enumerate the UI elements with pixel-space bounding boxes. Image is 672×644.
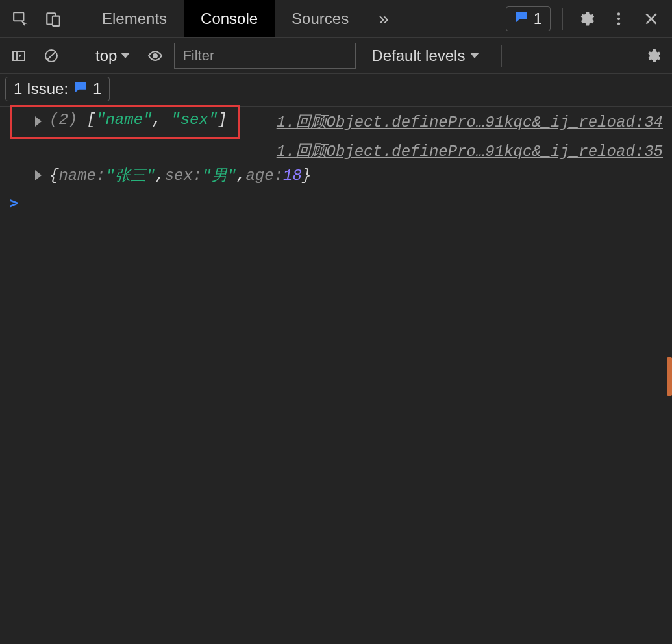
expand-triangle-icon[interactable] [35, 116, 42, 127]
live-expression-eye-icon[interactable] [142, 42, 169, 69]
console-settings-gear-icon[interactable] [640, 42, 667, 69]
scrollbar-marker [667, 357, 672, 396]
chevron-down-icon [121, 53, 130, 58]
svg-rect-2 [53, 16, 60, 25]
svg-point-3 [617, 12, 620, 15]
prompt-chevron-icon: > [9, 194, 18, 212]
issues-summary-row: 1 Issue: 1 [0, 74, 672, 106]
issues-badge[interactable]: 1 [506, 6, 551, 31]
context-label: top [95, 47, 117, 65]
object-key: age: [245, 167, 283, 184]
tab-console[interactable]: Console [184, 0, 275, 37]
array-item: "name" [96, 111, 152, 129]
bracket-open: [ [77, 111, 96, 129]
log-levels-select[interactable]: Default levels [361, 47, 490, 65]
separator [501, 45, 502, 67]
comma: , [236, 167, 245, 184]
toggle-device-icon[interactable] [38, 3, 69, 34]
svg-point-5 [617, 22, 620, 25]
object-value: "张三" [105, 165, 155, 186]
console-filter-bar: top Default levels [0, 38, 672, 74]
settings-gear-icon[interactable] [571, 3, 602, 34]
levels-label: Default levels [371, 47, 465, 65]
chevron-down-icon [470, 53, 479, 58]
array-length: (2) [49, 111, 77, 129]
tab-sources[interactable]: Sources [275, 0, 366, 37]
svg-rect-8 [13, 51, 25, 60]
console-filter-input[interactable] [174, 43, 356, 69]
comma: , [155, 167, 164, 184]
brace-close: } [302, 167, 311, 184]
svg-point-13 [153, 54, 157, 58]
comma: , [152, 111, 171, 129]
separator [562, 8, 563, 30]
issue-speech-icon [514, 10, 529, 28]
console-log-row[interactable]: 1.回顾Object.definePro…91kqc&_ij_reload:35… [0, 136, 672, 190]
kebab-menu-icon[interactable] [603, 3, 634, 34]
execution-context-select[interactable]: top [89, 47, 136, 65]
issues-pill-count: 1 [93, 80, 101, 98]
close-devtools-icon[interactable] [636, 3, 667, 34]
svg-point-4 [617, 17, 620, 19]
brace-open: { [49, 167, 58, 184]
devtools-toolbar: Elements Console Sources » 1 [0, 0, 672, 38]
clear-console-icon[interactable] [38, 42, 65, 69]
separator [77, 45, 77, 67]
console-output: (2) ["name", "sex"] 1.回顾Object.definePro… [0, 106, 672, 216]
log-source-link[interactable]: 1.回顾Object.definePro…91kqc&_ij_reload:35 [277, 140, 663, 161]
issues-pill[interactable]: 1 Issue: 1 [5, 77, 110, 101]
log-source-link[interactable]: 1.回顾Object.definePro…91kqc&_ij_reload:34 [277, 111, 663, 132]
issues-pill-label: 1 Issue: [14, 80, 68, 98]
tabs-overflow-icon[interactable]: » [367, 8, 401, 29]
bracket-close: ] [218, 111, 227, 129]
svg-line-12 [47, 52, 55, 60]
issues-badge-count: 1 [534, 10, 542, 28]
inspect-element-icon[interactable] [5, 3, 36, 34]
expand-triangle-icon[interactable] [35, 170, 42, 180]
log-message: {name: "张三", sex: "男", age: 18} [30, 165, 663, 186]
array-item: "sex" [171, 111, 218, 129]
svg-rect-0 [14, 12, 23, 21]
object-key: sex: [165, 167, 203, 184]
svg-marker-10 [19, 55, 21, 57]
console-prompt[interactable]: > [0, 190, 672, 216]
console-log-row[interactable]: (2) ["name", "sex"] 1.回顾Object.definePro… [0, 106, 672, 136]
issue-speech-icon [73, 80, 88, 98]
devtools-tabs: Elements Console Sources [85, 0, 366, 37]
log-message: (2) ["name", "sex"] [30, 111, 227, 129]
object-value: "男" [202, 165, 236, 186]
console-sidebar-toggle-icon[interactable] [5, 42, 32, 69]
object-value: 18 [283, 167, 302, 184]
tab-elements[interactable]: Elements [85, 0, 184, 37]
object-key: name: [58, 167, 105, 184]
separator [77, 8, 77, 30]
